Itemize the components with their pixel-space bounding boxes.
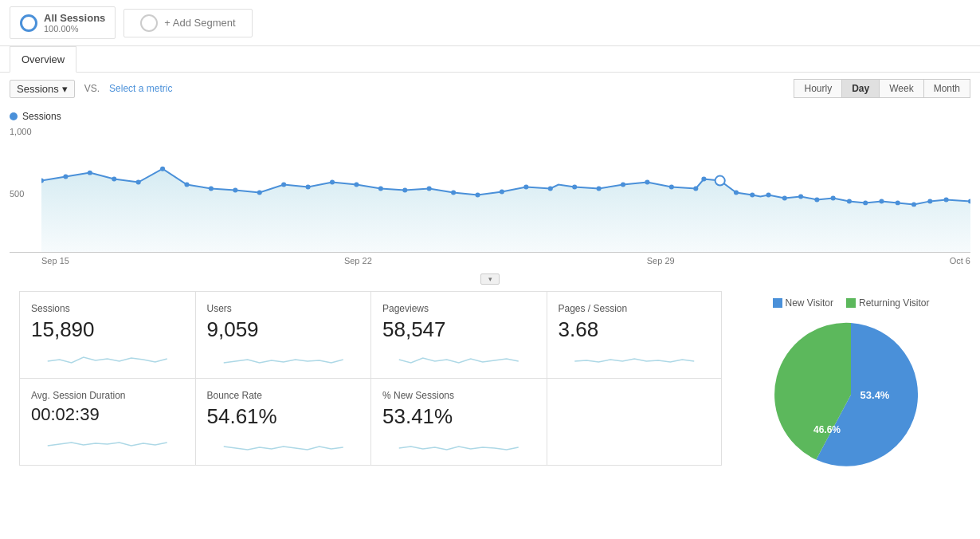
metrics-section: Sessions 15,890 Users 9,059 Pageviews 58… <box>10 291 731 474</box>
new-visitor-pct-text: 53.4% <box>860 389 890 401</box>
metric-dropdown[interactable]: Sessions ▾ <box>10 80 75 98</box>
segment-circle-icon <box>20 14 37 32</box>
svg-point-25 <box>621 183 625 187</box>
svg-point-22 <box>548 187 553 191</box>
pie-legend: New Visitor Returning Visitor <box>773 297 930 309</box>
tabs-bar: Overview <box>0 46 980 73</box>
svg-point-18 <box>451 190 456 195</box>
returning-visitor-legend-label: Returning Visitor <box>859 297 930 309</box>
chart-svg-container <box>41 125 970 252</box>
svg-point-20 <box>500 189 504 194</box>
svg-point-14 <box>354 183 359 187</box>
pageviews-label: Pageviews <box>382 303 535 314</box>
svg-point-44 <box>944 197 949 202</box>
metric-users: Users 9,059 <box>195 291 371 379</box>
segment-percentage: 100.00% <box>44 24 105 33</box>
new-visitor-legend-label: New Visitor <box>786 297 833 309</box>
select-metric-link[interactable]: Select a metric <box>109 83 172 94</box>
y-axis: 1,000 500 <box>10 125 41 252</box>
sessions-value: 15,890 <box>31 317 184 342</box>
bounce-rate-sparkline <box>207 432 360 456</box>
line-chart[interactable]: 1,000 500 <box>10 125 970 253</box>
x-label-sep22: Sep 22 <box>344 256 372 266</box>
svg-point-36 <box>814 197 819 202</box>
svg-point-21 <box>523 185 528 190</box>
chart-svg <box>41 125 970 252</box>
svg-point-38 <box>847 199 852 203</box>
svg-point-19 <box>475 192 480 197</box>
add-segment-label: + Add Segment <box>164 17 235 29</box>
avg-session-label: Avg. Session Duration <box>31 390 184 401</box>
svg-point-24 <box>597 187 602 191</box>
users-value: 9,059 <box>207 317 360 342</box>
sessions-legend-dot <box>10 112 18 120</box>
metrics-row-1: Sessions 15,890 Users 9,059 Pageviews 58… <box>19 291 722 379</box>
week-button[interactable]: Week <box>879 79 923 98</box>
svg-point-13 <box>330 180 335 185</box>
add-segment-button[interactable]: + Add Segment <box>123 9 252 37</box>
returning-visitor-color-box <box>846 298 856 308</box>
metric-label: Sessions <box>17 83 59 95</box>
svg-point-26 <box>645 180 649 185</box>
month-button[interactable]: Month <box>923 79 970 98</box>
returning-visitor-pct-text: 46.6% <box>813 424 841 435</box>
y-mid: 500 <box>10 189 41 199</box>
svg-point-42 <box>911 202 916 207</box>
svg-point-29 <box>701 177 706 182</box>
segment-info: All Sessions 100.00% <box>44 12 105 33</box>
svg-point-41 <box>896 200 900 205</box>
svg-point-31 <box>734 190 739 195</box>
sessions-label: Sessions <box>31 303 184 314</box>
svg-point-37 <box>831 195 836 200</box>
metric-pageviews: Pageviews 58,547 <box>370 291 547 379</box>
segment-title: All Sessions <box>44 12 105 24</box>
new-visitor-legend: New Visitor <box>773 297 833 309</box>
scroll-button[interactable]: ▾ <box>480 273 500 285</box>
pages-session-sparkline <box>559 345 711 369</box>
svg-point-7 <box>184 183 189 187</box>
svg-point-23 <box>572 185 577 190</box>
svg-point-34 <box>782 195 787 200</box>
avg-session-sparkline <box>31 428 184 452</box>
pages-session-value: 3.68 <box>559 317 711 342</box>
svg-point-40 <box>879 199 884 203</box>
svg-point-4 <box>112 177 116 182</box>
svg-point-43 <box>927 199 932 203</box>
dropdown-arrow-icon: ▾ <box>62 83 68 95</box>
svg-point-12 <box>306 185 311 190</box>
scroll-indicator: ▾ <box>10 273 970 285</box>
x-label-sep15: Sep 15 <box>41 256 69 266</box>
metric-pages-per-session: Pages / Session 3.68 <box>547 291 723 379</box>
chart-legend: Sessions <box>10 111 970 122</box>
bounce-rate-value: 54.61% <box>207 404 360 429</box>
svg-point-30 <box>715 176 725 186</box>
new-sessions-value: 53.41% <box>382 404 535 429</box>
segment-bar: All Sessions 100.00% + Add Segment <box>0 0 980 46</box>
metric-new-sessions: % New Sessions 53.41% <box>370 379 547 466</box>
metric-avg-session: Avg. Session Duration 00:02:39 <box>19 379 195 466</box>
svg-point-5 <box>136 180 141 185</box>
svg-point-27 <box>669 185 674 190</box>
bounce-rate-label: Bounce Rate <box>207 390 360 401</box>
metric-sessions: Sessions 15,890 <box>19 291 195 379</box>
vs-label: VS. <box>84 83 100 94</box>
hourly-button[interactable]: Hourly <box>794 79 842 98</box>
users-sparkline <box>207 345 360 369</box>
x-label-sep29: Sep 29 <box>647 256 675 266</box>
svg-point-6 <box>160 167 165 171</box>
new-sessions-sparkline <box>382 432 535 456</box>
day-button[interactable]: Day <box>841 79 880 98</box>
x-label-oct6: Oct 6 <box>950 256 970 266</box>
pages-session-label: Pages / Session <box>559 303 711 314</box>
tab-overview[interactable]: Overview <box>10 46 76 73</box>
chart-legend-label: Sessions <box>22 111 61 122</box>
svg-point-9 <box>233 188 237 193</box>
returning-visitor-legend: Returning Visitor <box>846 297 930 309</box>
new-sessions-label: % New Sessions <box>382 390 535 401</box>
svg-point-17 <box>427 187 432 191</box>
svg-point-10 <box>257 190 262 195</box>
add-circle-icon <box>140 14 158 32</box>
pie-chart: 53.4% 46.6% <box>771 315 931 474</box>
users-label: Users <box>207 303 360 314</box>
all-sessions-segment[interactable]: All Sessions 100.00% <box>10 6 116 39</box>
